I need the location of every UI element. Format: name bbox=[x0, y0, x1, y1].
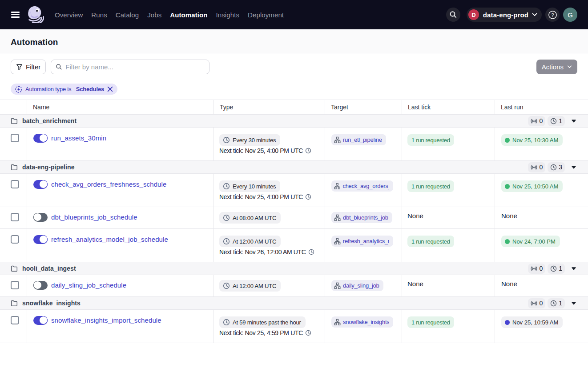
svg-text:?: ? bbox=[551, 12, 554, 17]
